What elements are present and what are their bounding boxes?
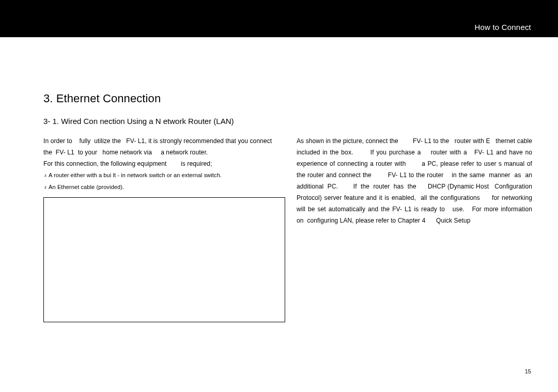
header-section-title: How to Connect xyxy=(474,23,531,32)
chapter-title: 3. Ethernet Connection xyxy=(43,92,161,105)
page-number: 15 xyxy=(525,368,531,374)
right-column: As shown in the picture, connect the FV-… xyxy=(297,135,532,226)
right-paragraph: As shown in the picture, connect the FV-… xyxy=(297,135,532,226)
bullet-glyph-icon: z xyxy=(44,173,47,178)
bullet-text: An Ethernet cable (provided). xyxy=(49,184,124,190)
header-bar: How to Connect xyxy=(0,0,558,37)
diagram-placeholder xyxy=(43,197,285,322)
bullet-glyph-icon: z xyxy=(44,185,47,190)
bullet-item-2: zAn Ethernet cable (provided). xyxy=(43,181,277,193)
bullet-item-1: zA router either with a bui lt - in netw… xyxy=(43,169,277,181)
left-column: In order to fully utilize the FV- L1, it… xyxy=(43,135,277,193)
bullet-text: A router either with a bui lt - in netwo… xyxy=(49,172,222,178)
section-title: 3- 1. Wired Con nection Using a N etwork… xyxy=(43,117,234,126)
left-paragraph: In order to fully utilize the FV- L1, it… xyxy=(43,135,277,169)
